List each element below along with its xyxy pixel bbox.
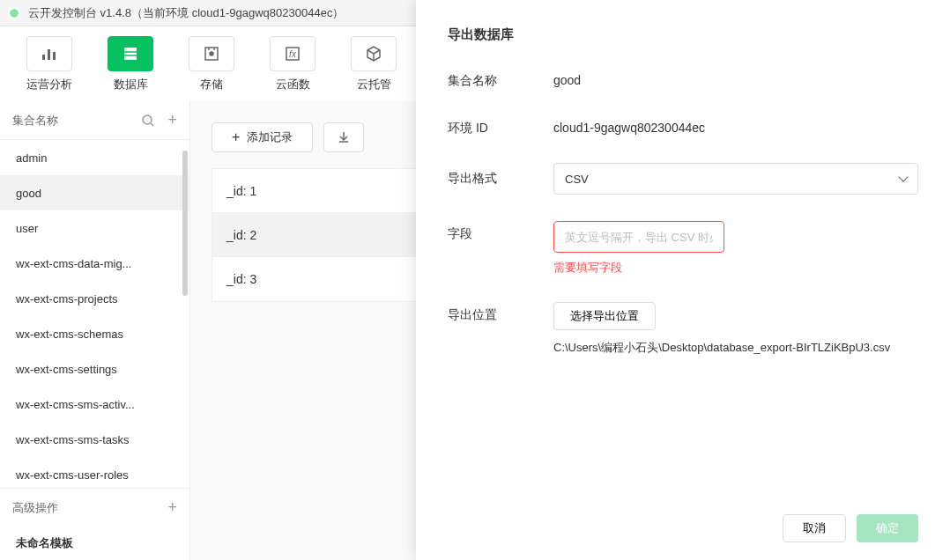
advanced-ops-title: 高级操作 — [12, 500, 167, 516]
svg-rect-0 — [42, 55, 45, 60]
svg-point-7 — [210, 52, 213, 55]
toolbar-label: 云托管 — [357, 77, 391, 92]
add-record-button[interactable]: +添加记录 — [212, 122, 313, 152]
svg-line-11 — [151, 123, 153, 126]
collection-item[interactable]: admin — [0, 140, 189, 175]
fields-label: 字段 — [448, 221, 553, 242]
toolbar-hosting[interactable]: 云托管 — [351, 36, 397, 92]
collection-item[interactable]: user — [0, 210, 189, 246]
choose-location-button[interactable]: 选择导出位置 — [553, 302, 656, 330]
collection-label: 集合名称 — [448, 68, 553, 89]
location-path: C:\Users\编程小石头\Desktop\database_export-B… — [553, 339, 918, 357]
download-button[interactable] — [323, 122, 364, 152]
fields-error: 需要填写字段 — [553, 260, 918, 276]
add-collection-icon[interactable]: + — [167, 111, 177, 129]
collection-item[interactable]: wx-ext-cms-user-roles — [0, 457, 189, 488]
toolbar-label: 云函数 — [276, 77, 310, 92]
app-icon — [7, 6, 21, 20]
modal-title: 导出数据库 — [448, 26, 918, 43]
collection-item[interactable]: wx-ext-cms-projects — [0, 281, 189, 316]
modal-footer: 取消 确定 — [448, 514, 918, 542]
toolbar-label: 数据库 — [114, 77, 148, 92]
toolbar-analytics[interactable]: 运营分析 — [26, 36, 72, 92]
sidebar-title: 集合名称 — [12, 113, 129, 129]
add-record-label: 添加记录 — [247, 129, 293, 145]
format-select[interactable]: CSV — [553, 163, 918, 195]
svg-rect-1 — [48, 49, 50, 60]
toolbar-label: 存储 — [200, 77, 223, 92]
collection-item[interactable]: wx-ext-cms-sms-activ... — [0, 387, 189, 422]
confirm-button[interactable]: 确定 — [857, 514, 918, 542]
cancel-button[interactable]: 取消 — [783, 514, 846, 542]
export-modal: 导出数据库 集合名称 good 环境 ID cloud1-9gagwq80230… — [416, 0, 950, 560]
env-label: 环境 ID — [448, 115, 553, 136]
collection-list: admingooduserwx-ext-cms-data-mig...wx-ex… — [0, 140, 189, 488]
add-template-icon[interactable]: + — [167, 498, 177, 517]
collection-value: good — [553, 68, 918, 87]
location-label: 导出位置 — [448, 302, 553, 323]
toolbar-storage[interactable]: 存储 — [189, 36, 234, 92]
fields-input[interactable] — [553, 221, 724, 253]
format-label: 导出格式 — [448, 171, 553, 187]
toolbar-label: 运营分析 — [26, 77, 72, 92]
format-value: CSV — [565, 173, 589, 186]
advanced-operations[interactable]: 高级操作 + — [0, 488, 189, 527]
collection-item[interactable]: wx-ext-cms-settings — [0, 351, 189, 387]
toolbar-functions[interactable]: fx 云函数 — [270, 36, 315, 92]
collection-item[interactable]: wx-ext-cms-schemas — [0, 316, 189, 351]
sidebar: 集合名称 + admingooduserwx-ext-cms-data-mig.… — [0, 101, 190, 560]
svg-point-10 — [143, 115, 152, 124]
svg-text:fx: fx — [289, 49, 297, 59]
scrollbar[interactable] — [182, 151, 188, 296]
sidebar-header: 集合名称 + — [0, 101, 189, 140]
collection-item[interactable]: wx-ext-cms-sms-tasks — [0, 422, 189, 457]
template-item[interactable]: 未命名模板 — [0, 527, 189, 560]
search-icon[interactable] — [141, 114, 155, 128]
env-value: cloud1-9gagwq80230044ec — [553, 115, 918, 135]
titlebar-text: 云开发控制台 v1.4.8（当前环境 cloud1-9gagwq80230044… — [28, 5, 344, 21]
toolbar-database[interactable]: 数据库 — [108, 36, 153, 92]
collection-item[interactable]: wx-ext-cms-data-mig... — [0, 246, 189, 281]
collection-item[interactable]: good — [0, 175, 189, 210]
svg-rect-2 — [53, 52, 56, 60]
chevron-down-icon — [898, 172, 908, 181]
svg-rect-3 — [124, 48, 137, 60]
